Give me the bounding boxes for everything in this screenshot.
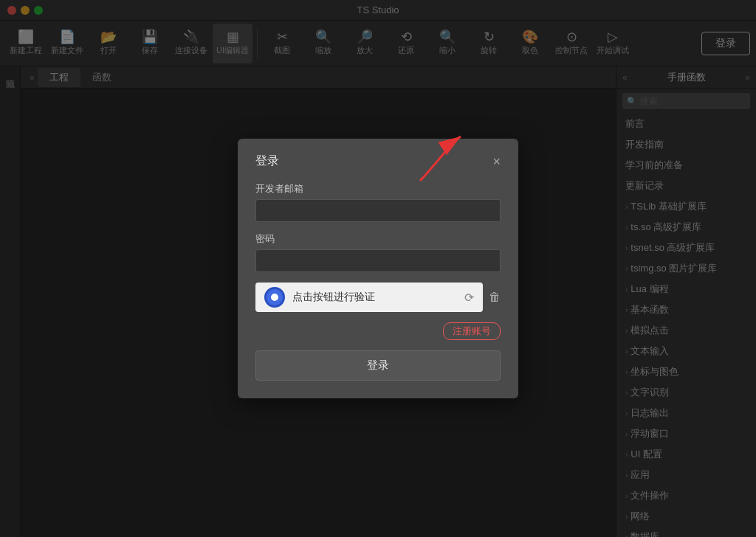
password-form-group: 密码 (255, 232, 501, 272)
captcha-circle (264, 287, 285, 308)
captcha-refresh-icon: ⟳ (464, 291, 474, 305)
email-label: 开发者邮箱 (255, 182, 501, 195)
captcha-widget[interactable]: 点击按钮进行验证 ⟳ (255, 283, 483, 312)
password-label: 密码 (255, 232, 501, 246)
email-form-group: 开发者邮箱 (255, 182, 501, 222)
modal-header: 登录 × (255, 153, 501, 169)
modal-title: 登录 (255, 153, 279, 169)
captcha-delete-icon[interactable]: 🗑 (489, 291, 501, 304)
modal-login-button[interactable]: 登录 (255, 350, 501, 381)
modal-close-button[interactable]: × (492, 155, 501, 168)
login-modal: 登录 × 开发者邮箱 密码 点击按钮进行验证 ⟳ 🗑 注册账号 登录 (238, 139, 518, 398)
register-link[interactable]: 注册账号 (443, 322, 501, 340)
register-row: 注册账号 (255, 322, 501, 340)
email-input[interactable] (255, 199, 501, 222)
captcha-circle-inner (271, 294, 278, 301)
captcha-text: 点击按钮进行验证 (292, 291, 375, 304)
captcha-row: 点击按钮进行验证 ⟳ 🗑 (255, 283, 501, 312)
password-input[interactable] (255, 249, 501, 272)
modal-overlay[interactable]: 登录 × 开发者邮箱 密码 点击按钮进行验证 ⟳ 🗑 注册账号 登录 (0, 0, 756, 537)
